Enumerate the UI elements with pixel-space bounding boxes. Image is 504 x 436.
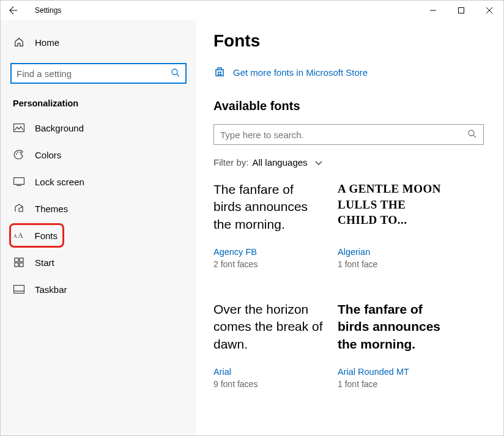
maximize-icon (458, 7, 464, 13)
maximize-button[interactable] (447, 1, 475, 20)
sidebar-item-colors[interactable]: Colors (10, 141, 187, 168)
search-input[interactable] (17, 68, 171, 79)
svg-point-24 (469, 130, 474, 136)
sidebar-nav: Background Colors Lock screen Themes AA … (1, 114, 196, 303)
svg-text:A: A (13, 234, 17, 240)
font-name: Algerian (338, 247, 447, 257)
search-icon (467, 129, 477, 141)
svg-rect-20 (218, 72, 220, 73)
window-title: Settings (26, 6, 419, 15)
svg-point-4 (172, 69, 177, 75)
sidebar-item-label: Lock screen (35, 177, 84, 187)
window-controls (419, 1, 503, 20)
svg-line-25 (473, 135, 476, 138)
font-faces: 1 font face (338, 259, 447, 269)
home-icon (13, 37, 25, 48)
svg-rect-10 (14, 178, 24, 185)
font-preview: The fanfare of birds announces the morni… (338, 301, 447, 356)
minimize-icon (430, 7, 436, 13)
back-arrow-icon (9, 6, 18, 15)
svg-point-7 (16, 153, 17, 155)
sidebar-item-label: Themes (35, 204, 68, 214)
palette-icon (13, 149, 25, 160)
font-name: Agency FB (213, 247, 323, 257)
font-faces: 1 font face (338, 379, 447, 389)
svg-point-9 (20, 152, 21, 153)
sidebar-item-label: Taskbar (35, 284, 67, 295)
taskbar-icon (13, 285, 25, 294)
sidebar-item-taskbar[interactable]: Taskbar (10, 276, 187, 303)
font-preview: Over the horizon comes the break of dawn… (213, 301, 323, 356)
filter-value: All languages (253, 157, 308, 168)
store-link-text: Get more fonts in Microsoft Store (233, 67, 368, 78)
svg-rect-17 (20, 263, 23, 267)
svg-rect-15 (20, 258, 23, 262)
sidebar-search[interactable] (10, 63, 187, 84)
sidebar-item-label: Fonts (34, 231, 57, 241)
font-name: Arial (213, 367, 323, 377)
page-title: Fonts (213, 31, 484, 51)
font-grid: The fanfare of birds announces the morni… (213, 181, 484, 389)
start-icon (13, 257, 25, 267)
font-card[interactable]: Over the horizon comes the break of dawn… (213, 301, 323, 389)
sidebar-item-start[interactable]: Start (10, 249, 187, 276)
svg-line-5 (177, 74, 179, 76)
category-label: Personalization (10, 98, 187, 114)
themes-icon (13, 203, 25, 214)
sidebar-item-themes[interactable]: Themes (10, 195, 187, 222)
sidebar-item-label: Start (35, 257, 54, 268)
close-button[interactable] (475, 1, 503, 20)
sidebar-item-fonts[interactable]: AA Fonts (9, 223, 64, 248)
svg-rect-1 (459, 8, 464, 13)
svg-rect-6 (14, 124, 24, 132)
svg-rect-14 (15, 258, 18, 262)
font-search-input[interactable] (220, 130, 467, 140)
sidebar: Home Personalization Background (1, 20, 196, 435)
font-preview: A gentle moon lulls the child to... (338, 181, 447, 236)
back-button[interactable] (9, 6, 26, 15)
sidebar-item-label: Background (35, 123, 84, 133)
picture-icon (13, 124, 25, 132)
filter-label: Filter by: (213, 157, 249, 168)
svg-rect-18 (14, 286, 24, 294)
font-card[interactable]: The fanfare of birds announces the morni… (338, 301, 447, 389)
font-card[interactable]: The fanfare of birds announces the morni… (213, 181, 323, 269)
font-preview: The fanfare of birds announces the morni… (213, 181, 323, 236)
svg-rect-22 (218, 74, 220, 76)
minimize-button[interactable] (419, 1, 447, 20)
available-fonts-title: Available fonts (213, 99, 484, 113)
store-link-row[interactable]: Get more fonts in Microsoft Store (213, 65, 484, 79)
home-nav[interactable]: Home (10, 30, 187, 54)
svg-rect-21 (220, 72, 222, 73)
fonts-icon: AA (13, 231, 24, 240)
home-label: Home (35, 37, 59, 48)
sidebar-item-background[interactable]: Background (10, 114, 187, 141)
font-search-box[interactable] (213, 124, 484, 145)
search-icon (171, 68, 180, 79)
svg-rect-16 (15, 263, 18, 267)
filter-row[interactable]: Filter by: All languages (213, 157, 484, 168)
chevron-down-icon (311, 157, 322, 168)
svg-text:A: A (18, 232, 23, 240)
svg-rect-23 (220, 74, 222, 76)
content-area: Fonts Get more fonts in Microsoft Store … (196, 20, 503, 435)
font-faces: 9 font faces (213, 379, 323, 389)
font-card[interactable]: A gentle moon lulls the child to... Alge… (338, 181, 447, 269)
store-icon (213, 65, 226, 79)
font-faces: 2 font faces (213, 259, 323, 269)
lockscreen-icon (13, 177, 25, 186)
svg-point-8 (17, 152, 18, 153)
font-name: Arial Rounded MT (338, 367, 447, 377)
sidebar-item-lockscreen[interactable]: Lock screen (10, 168, 187, 195)
titlebar: Settings (1, 1, 503, 20)
close-icon (486, 7, 492, 13)
sidebar-item-label: Colors (35, 150, 61, 160)
